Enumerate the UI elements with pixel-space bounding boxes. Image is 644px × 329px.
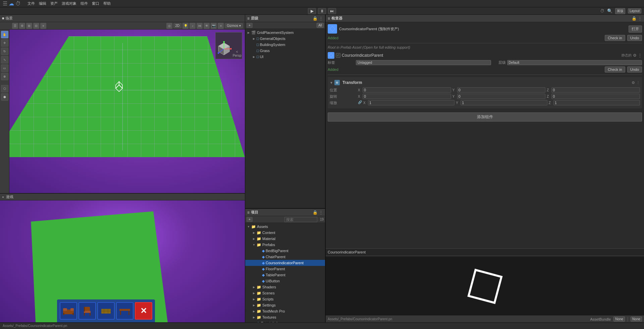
project-item-material[interactable]: ▶ 📁 Material <box>245 236 325 242</box>
tool-transform[interactable]: ⊕ <box>1 73 8 80</box>
project-item-textures[interactable]: ▶ 📁 Textures <box>245 314 325 320</box>
game-tab[interactable]: 遊戏 <box>6 194 13 199</box>
persp-cube[interactable]: < Persp <box>215 32 242 59</box>
transform-settings-icon[interactable]: ⚙ <box>632 81 635 85</box>
project-item-tableparent[interactable]: ▶ ◆ TableParent <box>245 272 325 278</box>
scale-z-input[interactable] <box>553 100 640 105</box>
project-search-input[interactable] <box>284 217 317 222</box>
inspector-lock-icon[interactable]: 🔒 <box>632 16 637 21</box>
layer-dropdown[interactable]: Default <box>507 60 642 65</box>
scale-y-input[interactable] <box>461 100 547 105</box>
toolbar-cam-icon[interactable]: 📷 <box>211 23 217 29</box>
close-furniture-button[interactable]: ✕ <box>135 302 152 320</box>
asset-bundle-dropdown[interactable]: None <box>613 317 625 322</box>
none-dropdown[interactable]: None <box>631 317 642 322</box>
component-settings-icon[interactable]: ⚙ <box>633 53 637 58</box>
project-more-icon[interactable]: ⋮ <box>319 210 323 215</box>
rot-z-input[interactable] <box>551 94 640 99</box>
menu-component[interactable]: 组件 <box>80 1 88 6</box>
project-item-content[interactable]: ▶ 📁 Content <box>245 230 325 236</box>
hierarchy-item-buildingsystem[interactable]: ▶ □ BuildingSystem <box>245 42 325 48</box>
pos-y-input[interactable] <box>457 87 546 93</box>
hierarchy-more-icon[interactable]: ⋮ <box>319 16 323 21</box>
rot-x-input[interactable] <box>363 94 451 99</box>
play-button[interactable]: ▶ <box>308 8 316 14</box>
inspector-more-icon[interactable]: ⋮ <box>638 16 642 21</box>
project-item-assets[interactable]: ▼ 📁 Assets <box>245 224 325 230</box>
scale-x-input[interactable] <box>368 100 454 105</box>
menu-gameobject[interactable]: 游戏对象 <box>62 1 76 6</box>
project-item-floorparent[interactable]: ▶ ◆ FloorParent <box>245 266 325 272</box>
project-item-textmeshpro[interactable]: ▶ 📁 TextMesh Pro <box>245 308 325 314</box>
hierarchy-item-grass[interactable]: ▶ □ Grass <box>245 48 325 54</box>
menu-assets[interactable]: 资产 <box>50 1 58 6</box>
hierarchy-add-btn[interactable]: + <box>247 23 253 28</box>
furniture-btn-floor[interactable] <box>97 302 115 320</box>
project-item-coursorindicator[interactable]: ▶ ◆ CoursorindicatorParent <box>245 260 325 266</box>
hierarchy-item-generalobjects[interactable]: ▶ □ GeneralObjects <box>245 36 325 42</box>
toolbar-gizmos-btn[interactable]: Gizmos ▾ <box>225 23 243 28</box>
toolbar-hidden-icon[interactable]: 👁 <box>204 23 210 29</box>
pause-button[interactable]: ⏸ <box>318 8 326 14</box>
toolbar-scene-btn4[interactable]: ⊟ <box>33 23 39 29</box>
project-item-prefabs[interactable]: ▼ 📁 Prefabs <box>245 242 325 248</box>
component-enabled-checkbox[interactable]: ✓ <box>336 53 340 58</box>
toolbar-scene-btn1[interactable]: ☰ <box>12 23 18 29</box>
tool-scale[interactable]: ⤡ <box>1 56 8 63</box>
undo-button-2[interactable]: Undo <box>627 66 642 73</box>
project-item-scenes[interactable]: ▶ 📁 Scenes <box>245 290 325 296</box>
hierarchy-lock-icon[interactable]: 🔒 <box>313 16 318 21</box>
transform-header[interactable]: ▼ ⊕ Transform ⚙ ⋮ <box>330 79 640 86</box>
furniture-btn-bed[interactable] <box>60 302 77 320</box>
toolbar-dots-icon[interactable]: ≡ <box>218 23 224 29</box>
tool-move[interactable]: ✛ <box>1 39 8 47</box>
toolbar-audio-icon[interactable]: ♪ <box>190 23 196 29</box>
toolbar-scene-btn2[interactable]: ⚙ <box>19 23 25 29</box>
scene-viewport[interactable]: < Persp <box>0 30 245 193</box>
open-prefab-button[interactable]: 打开 <box>629 26 642 33</box>
furniture-btn-chair[interactable] <box>78 302 96 320</box>
project-item-uibutton[interactable]: ▶ ◆ UiButton <box>245 278 325 284</box>
hierarchy-all-dropdown[interactable]: All <box>317 23 324 28</box>
tool-rotate[interactable]: ↻ <box>1 48 8 55</box>
rot-y-input[interactable] <box>457 94 546 99</box>
hierarchy-item-ui[interactable]: ▶ □ UI <box>245 54 325 60</box>
menu-edit[interactable]: 编辑 <box>39 1 46 6</box>
menu-file[interactable]: 文件 <box>28 1 35 6</box>
furniture-btn-table[interactable] <box>116 302 133 320</box>
menu-window[interactable]: 窗口 <box>92 1 99 6</box>
component-more-icon[interactable]: ⋮ <box>638 53 642 58</box>
check-in-button-2[interactable]: Check in <box>605 66 625 73</box>
project-item-shaders[interactable]: ▶ 📁 Shaders <box>245 284 325 290</box>
tag-dropdown[interactable]: Untagged <box>356 60 491 65</box>
pos-x-input[interactable] <box>363 87 451 93</box>
project-lock-icon[interactable]: 🔒 <box>313 210 318 215</box>
undo-button-1[interactable]: Undo <box>627 35 642 41</box>
project-item-scripts[interactable]: ▶ 📁 Scripts <box>245 296 325 302</box>
scene-tab[interactable]: ■ 场景 <box>2 16 13 21</box>
tool-custom2[interactable]: ⬢ <box>1 93 8 101</box>
project-add-btn[interactable]: + <box>247 217 253 222</box>
step-button[interactable]: ⏭ <box>328 8 336 14</box>
tool-hand[interactable]: ✋ <box>1 31 8 38</box>
tool-rect[interactable]: ▭ <box>1 64 8 72</box>
project-item-settings[interactable]: ▶ 📁 Settings <box>245 302 325 308</box>
pos-z-input[interactable] <box>551 87 640 93</box>
tool-custom1[interactable]: ⬡ <box>1 85 8 92</box>
toolbar-2d-btn[interactable]: 2D <box>173 23 182 28</box>
project-item-chairparent[interactable]: ▶ ◆ ChairParent <box>245 254 325 260</box>
layout-dropdown[interactable]: Layout <box>628 8 641 13</box>
search-top-icon[interactable]: 🔍 <box>607 8 612 13</box>
scale-lock-icon[interactable]: 🔗 <box>358 100 362 104</box>
toolbar-light-icon[interactable]: 💡 <box>182 23 189 29</box>
view-dropdown[interactable]: 展版 <box>615 8 625 14</box>
menu-help[interactable]: 帮助 <box>103 1 111 6</box>
project-item-bedbigparent[interactable]: ▶ ◆ BedBigParent <box>245 248 325 254</box>
check-in-button-1[interactable]: Check in <box>605 35 625 41</box>
hierarchy-item-gridplacement[interactable]: ▶ 🎬 GridPlacementSystem <box>245 30 325 36</box>
add-component-button[interactable]: 添加组件 <box>328 112 642 122</box>
transform-more-icon[interactable]: ⋮ <box>636 81 640 85</box>
toolbar-fx2-icon[interactable]: ⋈ <box>197 23 203 29</box>
history-icon[interactable]: ⏱ <box>600 8 604 13</box>
game-viewport[interactable]: ✕ <box>0 200 245 322</box>
